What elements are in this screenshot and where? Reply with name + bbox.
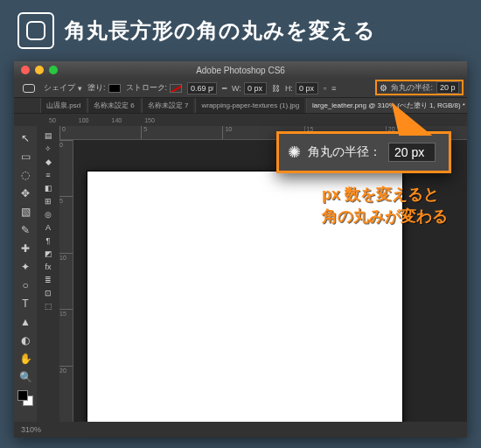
traffic-lights bbox=[14, 66, 58, 74]
eyedropper-tool[interactable]: ▧ bbox=[16, 203, 35, 220]
marquee-tool[interactable]: ▭ bbox=[16, 148, 35, 165]
stroke-control[interactable]: ストローク: bbox=[126, 82, 183, 94]
secondary-panel: ▤ ✧ ◆ ≡ ◧ ⊞ ◎ A ¶ ◩ fx ≣ ⊡ ⬚ bbox=[37, 126, 59, 422]
link-icon[interactable]: ⛓ bbox=[272, 84, 280, 93]
window-title: Adobe Photoshop CS6 bbox=[14, 66, 467, 75]
panel-item[interactable]: ⊡ bbox=[38, 287, 58, 299]
shape-mode[interactable]: シェイプ▾ bbox=[44, 82, 82, 94]
clone-tool[interactable]: ✦ bbox=[16, 258, 35, 276]
stroke-width-input[interactable] bbox=[187, 82, 217, 94]
tab-0[interactable]: 山温泉.psd bbox=[40, 98, 86, 113]
panel-item[interactable]: ◩ bbox=[38, 248, 58, 260]
shape-tool[interactable]: ◐ bbox=[16, 332, 35, 349]
move-tool[interactable]: ↖ bbox=[16, 130, 35, 147]
panel-item[interactable]: ≣ bbox=[38, 274, 58, 286]
panel-item[interactable]: fx bbox=[38, 261, 58, 273]
gear-icon[interactable]: ⚙ bbox=[380, 83, 387, 93]
minimize-button[interactable] bbox=[35, 66, 44, 74]
callout-radius-value[interactable]: 20 px bbox=[388, 143, 436, 162]
tab-1[interactable]: 名称未設定 6 bbox=[87, 98, 140, 113]
options-bar: シェイプ▾ 塗り: ストローク: ━ W: ⛓ H: ▫ ≡ ⚙ 角丸の半径: bbox=[14, 79, 467, 98]
stroke-style[interactable]: ━ bbox=[222, 84, 227, 93]
tab-2[interactable]: 名称未設定 7 bbox=[142, 98, 194, 113]
panel-item[interactable]: ◎ bbox=[38, 208, 58, 220]
gear-icon: ✺ bbox=[288, 143, 301, 162]
hand-tool[interactable]: ✋ bbox=[16, 350, 35, 368]
align-icon[interactable]: ≡ bbox=[331, 84, 336, 93]
rounded-rect-shape bbox=[26, 21, 45, 40]
callout-note: px 数を変えると 角の丸みが変わる bbox=[322, 184, 448, 228]
status-bar: 310% bbox=[14, 422, 467, 438]
zoom-tool[interactable]: 🔍 bbox=[16, 368, 35, 386]
callout-radius-box: ✺ 角丸の半径： 20 px bbox=[276, 131, 451, 173]
lasso-tool[interactable]: ◌ bbox=[16, 166, 35, 184]
canvas-viewport[interactable] bbox=[73, 140, 467, 422]
crop-tool[interactable]: ✥ bbox=[16, 185, 35, 202]
callout-label: 角丸の半径： bbox=[308, 144, 381, 160]
panel-item[interactable]: ⊞ bbox=[38, 195, 58, 207]
path-ops-icon[interactable]: ▫ bbox=[324, 84, 326, 93]
radius-input[interactable] bbox=[436, 81, 459, 94]
panel-item[interactable]: ✧ bbox=[38, 143, 58, 155]
eraser-tool[interactable]: ○ bbox=[16, 276, 35, 294]
fill-control[interactable]: 塗り: bbox=[87, 82, 121, 94]
tools-panel: ↖ ▭ ◌ ✥ ▧ ✎ ✚ ✦ ○ T ▲ ◐ ✋ 🔍 bbox=[14, 126, 37, 422]
panel-item[interactable]: ⬚ bbox=[38, 300, 58, 312]
zoom-level[interactable]: 310% bbox=[21, 425, 41, 434]
tab-3[interactable]: wrapping-paper-textures (1).jpg bbox=[195, 98, 304, 113]
w-label: W: bbox=[232, 84, 241, 93]
foreground-background-swatch[interactable] bbox=[17, 390, 33, 406]
rounded-rect-tool-icon[interactable] bbox=[19, 80, 38, 97]
tutorial-header: 角丸長方形の角の丸みを変える bbox=[0, 0, 481, 58]
callout-note-line2: 角の丸みが変わる bbox=[322, 206, 448, 228]
panel-item[interactable]: ¶ bbox=[38, 234, 58, 247]
info-3: 150 bbox=[144, 117, 155, 123]
h-label: H: bbox=[285, 84, 293, 93]
panel-item[interactable]: ≡ bbox=[38, 169, 58, 181]
brush-tool[interactable]: ✎ bbox=[16, 221, 35, 239]
maximize-button[interactable] bbox=[49, 66, 58, 74]
window-titlebar: Adobe Photoshop CS6 bbox=[14, 61, 467, 79]
type-tool[interactable]: T bbox=[16, 295, 35, 312]
healing-tool[interactable]: ✚ bbox=[16, 240, 35, 257]
close-button[interactable] bbox=[21, 66, 30, 74]
pen-tool[interactable]: ▲ bbox=[16, 313, 35, 331]
panel-item[interactable]: ▤ bbox=[38, 130, 58, 142]
radius-label: 角丸の半径: bbox=[391, 82, 433, 94]
info-2: 140 bbox=[111, 117, 122, 123]
rounded-rect-icon bbox=[17, 12, 54, 49]
panel-item[interactable]: ◆ bbox=[38, 156, 58, 168]
callout-note-line1: px 数を変えると bbox=[322, 184, 448, 206]
ruler-vertical: 0 5 10 15 20 bbox=[59, 140, 73, 422]
info-1: 100 bbox=[79, 117, 89, 123]
info-0: 50 bbox=[49, 117, 56, 123]
panel-item[interactable]: A bbox=[38, 221, 58, 234]
corner-radius-highlighted: ⚙ 角丸の半径: bbox=[375, 80, 464, 95]
height-input[interactable] bbox=[296, 82, 318, 94]
width-input[interactable] bbox=[244, 82, 267, 94]
tutorial-title: 角丸長方形の角の丸みを変える bbox=[65, 17, 376, 45]
panel-item[interactable]: ◧ bbox=[38, 182, 58, 194]
